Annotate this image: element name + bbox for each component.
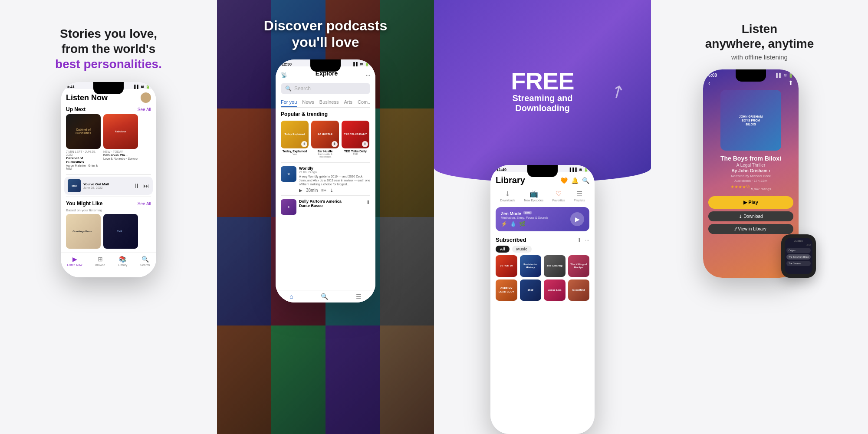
tab-for-you[interactable]: For you xyxy=(281,98,297,107)
playlists-label: Playlists xyxy=(574,199,585,202)
watch-shell: Audible 3:02 Origins The Boys from Bilox… xyxy=(781,234,816,278)
bell-icon[interactable]: 🔔 xyxy=(571,177,579,184)
list-item[interactable]: The Clearing xyxy=(544,255,566,277)
list-item[interactable]: 30 FOR 30 xyxy=(496,255,517,277)
featured-title: Worldly xyxy=(299,166,370,171)
list-item[interactable]: Cabinet of Curiosities 7 MIN LEFT · JUN … xyxy=(66,114,101,170)
nav-home-icon[interactable]: ⌂ xyxy=(289,293,293,300)
filter-all-button[interactable]: All xyxy=(496,246,510,253)
watch-list-item[interactable]: The Greatest xyxy=(786,261,811,266)
panel2-overlay: Discover podcasts you'll love 12:30 ▌▌ ≋… xyxy=(217,0,434,302)
p1-user-avatar[interactable] xyxy=(141,92,151,103)
phone-notch-2 xyxy=(310,59,341,72)
p1-card1-sub: Aaron Mahnke · Grim & Mild xyxy=(66,164,101,170)
search-icon: 🔍 xyxy=(285,85,292,92)
skip-forward-button[interactable]: ⏭ xyxy=(143,182,149,189)
audiobook-cover-art: JOHN GRISHAMBOYS FROMBILOXI xyxy=(720,90,781,151)
tab-favorites[interactable]: ♡ Favorites xyxy=(552,190,565,202)
nav-menu-icon[interactable]: ☰ xyxy=(356,293,362,300)
p1-mini-player[interactable]: Mail You've Got Mail June 28, 2022 ⏸ ⏭ xyxy=(64,177,153,195)
p2-featured-episode: W Worldly 21 hours ago A very Worldly gu… xyxy=(281,162,370,193)
watch-item-origins: Origins xyxy=(789,249,796,252)
list-item[interactable]: DeepMind xyxy=(568,279,590,301)
add-podcast-button[interactable]: + xyxy=(332,141,338,147)
watch-list-item[interactable]: The Boys from Biloxi xyxy=(786,254,811,260)
p3-subscribed-header: Subscribed ⬆ ··· xyxy=(490,234,595,246)
add-to-queue-button[interactable]: ≡+ xyxy=(321,188,326,193)
author-chevron: › xyxy=(769,168,770,173)
view-in-library-button[interactable]: ⁄⁄ View in Library xyxy=(708,224,793,234)
pod-source-ted: TED xyxy=(353,153,358,155)
cast-icon: 📡 xyxy=(281,72,287,78)
tab-news[interactable]: News xyxy=(302,98,314,107)
pod-name-today: Today, Explained xyxy=(283,150,307,153)
p1-suggestions-see-all[interactable]: See All xyxy=(138,201,151,206)
zen-title: Zen Mode Beta xyxy=(501,211,548,216)
panel-pocket-casts: Discover podcasts you'll love 12:30 ▌▌ ≋… xyxy=(217,0,434,434)
list-item[interactable]: Loose Lips xyxy=(544,279,566,301)
zen-badge: Beta xyxy=(523,211,532,214)
nav-search-icon[interactable]: 🔍 xyxy=(321,293,328,300)
list-item[interactable]: 1619 xyxy=(520,279,542,301)
list-item[interactable]: EA HUSTLE + Ear Hustle Ear Hustle & Radi… xyxy=(311,121,339,158)
list-item[interactable]: OVER MY DEAD BODY xyxy=(496,279,517,301)
add-podcast-button[interactable]: + xyxy=(362,141,368,147)
headline-p4-l2: anywhere, anytime xyxy=(705,37,814,50)
tab-arts[interactable]: Arts xyxy=(344,98,352,107)
bg-tile xyxy=(217,326,271,434)
library-search-icon[interactable]: 🔍 xyxy=(582,177,589,184)
panel4-sub-label: with offline listening xyxy=(731,53,788,61)
phone-screen-1: 9:41 ▌▌ ≋ 🔋 Listen Now Up Next See All xyxy=(61,82,156,277)
book-format-duration: Audiobook · 17h 22m xyxy=(703,179,799,183)
book-author: By John Grisham xyxy=(732,168,768,173)
podcast-art-some: Greetings From... xyxy=(66,214,101,249)
p1-see-all-btn[interactable]: See All xyxy=(138,107,151,112)
download-button[interactable]: ⤓ xyxy=(330,188,333,193)
new-episodes-label: New Episodes xyxy=(524,199,543,202)
share-button[interactable]: ⬆ xyxy=(788,79,793,86)
apple-watch-device: Audible 3:02 Origins The Boys from Bilox… xyxy=(781,234,816,278)
next-info: Dolly Parton's America Dante Basco xyxy=(299,199,362,208)
p3-zen-mode[interactable]: Zen Mode Beta Meditation, Sleep, Focus &… xyxy=(496,207,589,231)
episode-pause-button[interactable]: ⏸ xyxy=(365,199,370,205)
list-item[interactable]: Today Explained + Today, Explained Vox xyxy=(281,121,309,158)
panel4-headline: Listen anywhere, anytime xyxy=(705,22,814,51)
play-button[interactable]: ▶ Play xyxy=(708,196,793,209)
list-item[interactable]: THE... xyxy=(103,214,138,250)
nav-item-library[interactable]: 📚 Library xyxy=(118,256,127,266)
p2-search-box[interactable]: 🔍 Search xyxy=(281,83,370,94)
filter-music-button[interactable]: Music xyxy=(512,246,532,253)
pause-button[interactable]: ⏸ xyxy=(134,182,140,189)
more-subscribed-icon[interactable]: ··· xyxy=(585,237,589,243)
tab-new-episodes[interactable]: 📺 New Episodes xyxy=(524,190,543,202)
add-podcast-button[interactable]: + xyxy=(301,141,307,147)
nav-item-search[interactable]: 🔍 Search xyxy=(140,256,150,266)
tab-com[interactable]: Com... xyxy=(358,98,370,107)
share-subscribed-icon[interactable]: ⬆ xyxy=(577,237,582,243)
nav-item-listen-now[interactable]: ▶ Listen Now xyxy=(67,256,82,266)
tab-downloads[interactable]: ⤓ Downloads xyxy=(500,190,515,202)
p3-filter-row: All Music xyxy=(490,246,595,255)
time-display-3: 11:49 xyxy=(496,168,506,172)
download-button[interactable]: ⤓ Download xyxy=(708,211,793,221)
tab-playlists[interactable]: ☰ Playlists xyxy=(574,190,585,202)
list-item[interactable]: Fabulous NEW · TODAY Fabulous Pla... Lov… xyxy=(103,114,138,170)
list-item[interactable]: TED TALKS DAILY + TED Talks Daily TED xyxy=(342,121,369,158)
list-item[interactable]: The Killing of Marilyn xyxy=(568,255,590,277)
zen-play-button[interactable]: ▶ xyxy=(570,212,584,226)
play-button[interactable]: ▶ xyxy=(299,188,302,193)
status-icons-4: ▌▌ ≋ 🔋 xyxy=(776,73,793,78)
list-item[interactable]: Greetings From... xyxy=(66,214,101,250)
more-options-icon[interactable]: ··· xyxy=(366,72,370,78)
podcast-art-cabinet: Cabinet of Curiosities xyxy=(66,114,101,149)
watch-list-item[interactable]: Origins xyxy=(786,248,811,253)
nav-item-browse[interactable]: ⊞ Browse xyxy=(95,256,105,266)
zen-icons: ⚡ 💧 🌿 xyxy=(501,221,548,227)
playlists-icon: ☰ xyxy=(576,190,582,198)
book-duration: 17h 22m xyxy=(754,179,767,183)
list-item[interactable]: Revisionist History xyxy=(520,255,542,277)
back-button[interactable]: ‹ xyxy=(708,79,710,86)
tab-business[interactable]: Business xyxy=(319,98,339,107)
download-icon[interactable]: 🧡 xyxy=(560,177,568,184)
next-title: Dolly Parton's America xyxy=(299,199,362,204)
